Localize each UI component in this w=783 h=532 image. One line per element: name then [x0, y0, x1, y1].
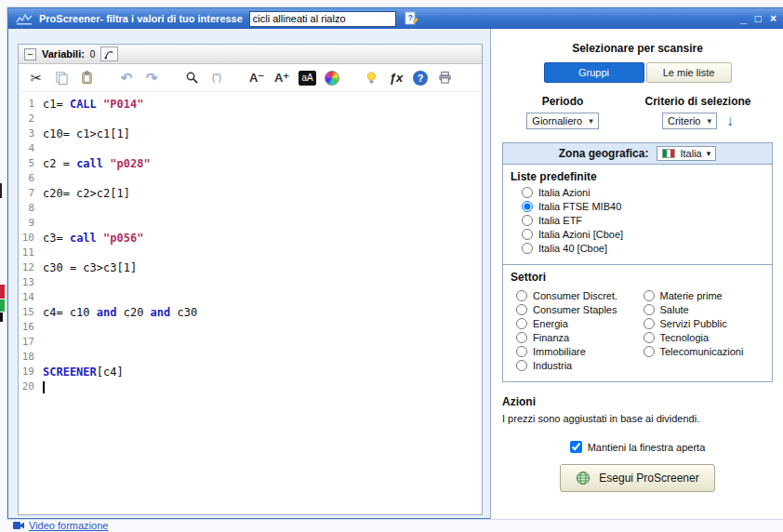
maximize-button[interactable]: □	[755, 10, 762, 27]
keep-window-open-row[interactable]: Mantieni la finestra aperta	[502, 441, 773, 453]
radio-input[interactable]	[516, 332, 527, 343]
radio-option-settori[interactable]: Energia	[516, 318, 638, 329]
code-line[interactable]: 1c1= CALL "P014"	[19, 97, 482, 112]
radio-input[interactable]	[516, 360, 527, 371]
comment-icon[interactable]: (")	[208, 70, 225, 86]
video-link-label: Video formazione	[29, 520, 108, 531]
cut-icon[interactable]: ✂	[28, 70, 45, 86]
undo-icon[interactable]: ↶	[118, 70, 135, 86]
radio-input[interactable]	[516, 346, 527, 357]
radio-option-liste[interactable]: Italia Azioni [Cboe]	[522, 229, 764, 240]
radio-input[interactable]	[516, 290, 527, 301]
print-icon[interactable]	[436, 70, 453, 86]
code-line[interactable]: 11	[19, 246, 482, 260]
radio-input[interactable]	[522, 243, 533, 254]
radio-option-liste[interactable]: Italia FTSE MIB40	[522, 201, 764, 212]
code-line[interactable]: 2	[19, 112, 482, 126]
radio-input[interactable]	[644, 304, 655, 315]
code-line[interactable]: 13	[19, 275, 482, 290]
radio-option-liste[interactable]: Italia Azioni	[522, 187, 764, 198]
zona-value: Italia	[680, 148, 701, 159]
esegui-proscreener-button[interactable]: Esegui ProScreener	[560, 464, 714, 492]
zona-geografica-select[interactable]: Italia ▾	[657, 146, 716, 161]
keep-open-checkbox[interactable]	[570, 441, 582, 453]
radio-input[interactable]	[644, 346, 655, 357]
radio-option-settori[interactable]: Consumer Discret.	[516, 290, 638, 301]
radio-option-settori[interactable]: Telecomunicazioni	[644, 346, 765, 357]
code-line[interactable]: 16	[19, 320, 482, 335]
radio-option-liste[interactable]: Italia ETF	[522, 215, 764, 226]
radio-label: Tecnologia	[660, 332, 710, 343]
radio-label: Energia	[533, 318, 568, 329]
liste-predefinite-section: Liste predefinite Italia AzioniItalia FT…	[503, 165, 772, 264]
paste-icon[interactable]	[78, 70, 95, 86]
redo-icon[interactable]: ↷	[143, 70, 160, 86]
radio-option-settori[interactable]: Consumer Staples	[516, 304, 638, 315]
liste-predefinite-heading: Liste predefinite	[511, 170, 764, 183]
collapse-variables-button[interactable]: −	[24, 48, 36, 60]
close-button[interactable]: ×	[770, 10, 776, 27]
radio-input[interactable]	[522, 201, 533, 212]
code-line[interactable]: 9	[19, 216, 482, 231]
radio-input[interactable]	[644, 318, 655, 329]
text-caret	[43, 381, 45, 393]
dividends-note: I prezzi sono aggiustati in base ai divi…	[502, 413, 773, 424]
variables-settings-button[interactable]	[100, 47, 118, 61]
increase-font-icon[interactable]: A⁺	[273, 70, 290, 86]
code-line[interactable]: 6	[19, 171, 482, 186]
radio-option-settori[interactable]: Salute	[644, 304, 765, 315]
code-line[interactable]: 12c30 = c3>c3[1]	[19, 260, 482, 275]
font-style-icon[interactable]: aA	[299, 71, 316, 86]
radio-input[interactable]	[516, 318, 527, 329]
settori-col1: Consumer Discret.Consumer StaplesEnergia…	[511, 287, 638, 374]
copy-icon[interactable]	[53, 70, 70, 86]
radio-input[interactable]	[522, 187, 533, 198]
radio-option-settori[interactable]: Materie prime	[644, 290, 765, 301]
minimize-button[interactable]: _	[740, 10, 747, 27]
chevron-down-icon: ▾	[589, 116, 593, 126]
radio-input[interactable]	[644, 290, 655, 301]
code-line[interactable]: 18	[19, 350, 482, 365]
radio-input[interactable]	[644, 332, 655, 343]
rename-help-icon[interactable]: ?	[403, 10, 419, 27]
help-icon[interactable]: ?	[413, 71, 428, 86]
code-line[interactable]: 14	[19, 290, 482, 305]
radio-input[interactable]	[516, 304, 527, 315]
radio-option-settori[interactable]: Finanza	[516, 332, 638, 343]
insert-function-icon[interactable]: ƒx	[388, 70, 405, 86]
tab-le-mie-liste[interactable]: Le mie liste	[646, 62, 732, 83]
code-line[interactable]: 17	[19, 335, 482, 350]
code-line[interactable]: 3c10= c1>c1[1]	[19, 126, 482, 141]
video-icon	[13, 521, 24, 530]
radio-option-settori[interactable]: Tecnologia	[644, 332, 765, 343]
code-line[interactable]: 7c20= c2>c2[1]	[19, 186, 482, 201]
code-line[interactable]: 15c4= c10 and c20 and c30	[19, 305, 482, 320]
radio-option-liste[interactable]: Italia 40 [Cboe]	[522, 243, 764, 254]
code-line[interactable]: 5c2 = call "p028"	[19, 156, 482, 171]
radio-option-settori[interactable]: Servizi Pubblic	[644, 318, 765, 329]
line-number: 16	[19, 320, 43, 335]
code-line[interactable]: 20	[19, 379, 482, 394]
radio-option-settori[interactable]: Immobiliare	[516, 346, 638, 357]
code-line[interactable]: 4	[19, 141, 482, 156]
code-line[interactable]: 19SCREENER[c4]	[19, 365, 482, 379]
color-wheel-icon[interactable]	[325, 71, 339, 86]
lightbulb-icon[interactable]	[363, 70, 379, 86]
periodo-select[interactable]: Giornaliero ▾	[526, 113, 598, 129]
code-line[interactable]: 8	[19, 201, 482, 216]
window-titlebar[interactable]: ProScreener- filtra i valori di tuo inte…	[8, 8, 783, 29]
background-chart-fragment	[0, 285, 5, 299]
radio-label: Italia Azioni [Cboe]	[538, 229, 623, 240]
radio-input[interactable]	[522, 215, 533, 226]
screener-name-input[interactable]	[249, 11, 396, 27]
radio-input[interactable]	[522, 229, 533, 240]
search-icon[interactable]	[183, 70, 200, 86]
keep-open-label: Mantieni la finestra aperta	[588, 442, 706, 453]
decrease-font-icon[interactable]: A⁻	[248, 70, 265, 86]
criterio-select[interactable]: Criterio ▾	[662, 113, 717, 129]
code-editor[interactable]: 1c1= CALL "P014"23c10= c1>c1[1]45c2 = ca…	[19, 92, 482, 514]
video-formazione-link[interactable]: Video formazione	[13, 520, 108, 531]
radio-option-settori[interactable]: Industria	[516, 360, 638, 371]
tab-gruppi[interactable]: Gruppi	[544, 62, 644, 83]
code-line[interactable]: 10c3= call "p056"	[19, 231, 482, 246]
